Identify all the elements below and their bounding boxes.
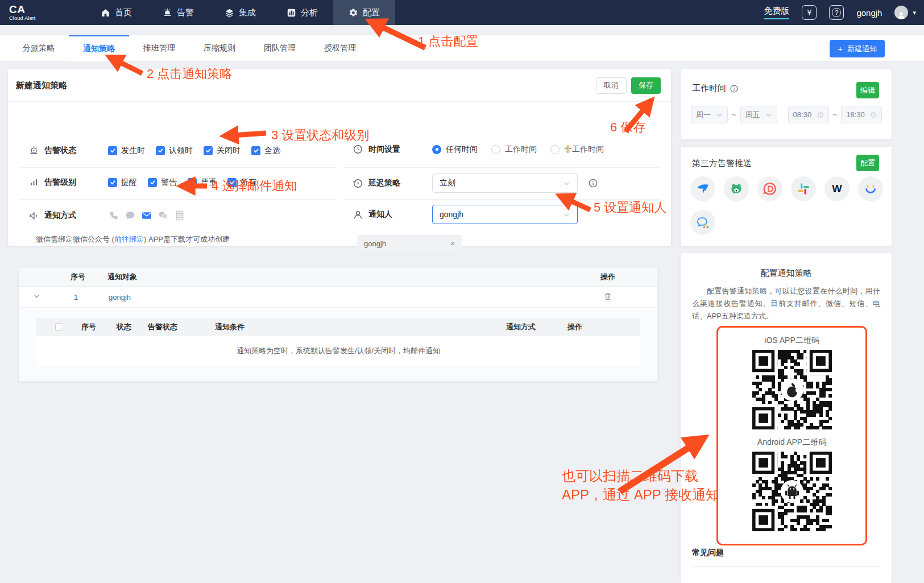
email-icon[interactable] [141,210,152,221]
notify-person-select[interactable]: gongjh [432,205,578,224]
day-to-select[interactable]: 周五 [740,106,777,123]
delay-policy-label: 延迟策略 [368,178,414,188]
nav-item-integrations[interactable]: 集成 [209,0,271,25]
checkbox-level-warning[interactable]: 警告 [148,177,177,188]
ios-qr-label: iOS APP二维码 [764,336,819,346]
slack-icon[interactable] [791,176,816,201]
chevron-down-icon [716,111,723,118]
divider [20,167,337,168]
nav-item-alerts[interactable]: 告警 [147,0,209,25]
tab-dispatch-policy[interactable]: 分派策略 [9,35,69,61]
radio-work-time[interactable]: 工作时间 [491,144,537,155]
work-time-title: 工作时间 [692,83,726,94]
checkbox-checked-icon [148,178,157,187]
sms-icon[interactable] [125,210,136,221]
notify-method-label: 通知方式 [44,210,90,221]
delay-clock-icon [353,178,363,189]
nav-item-home[interactable]: 首页 [85,0,147,25]
bearychat-icon[interactable] [724,176,749,201]
info-icon[interactable] [588,178,598,188]
detail-col-method: 通知方式 [506,322,536,332]
tab-compression-rules[interactable]: 压缩规则 [189,35,250,61]
work-time-card: 工作时间 编辑 周一 ~ 周五 08:30 ~ 18:30 [681,69,892,139]
dingtalk-icon[interactable] [690,176,715,201]
delete-row-icon[interactable] [603,292,612,303]
expand-chevron-icon[interactable] [33,292,40,301]
guide-card: 配置通知策略 配置告警通知策略，可以让您设置在什么时间，用什么渠道接收告警通知。… [681,253,892,583]
chevron-down-icon [765,111,772,118]
day-from-select[interactable]: 周一 [691,106,728,123]
phone-icon[interactable] [108,210,119,221]
plan-badge[interactable]: 免费版 [764,6,789,19]
nav-item-settings[interactable]: 配置 [333,0,395,25]
layers-icon [225,8,234,18]
checkbox-select-all-status[interactable]: 全选 [251,146,280,156]
new-notification-button[interactable]: + 新建通知 [830,40,885,57]
tab-shift-management[interactable]: 排班管理 [129,35,189,61]
save-button[interactable]: 保存 [631,77,661,94]
time-from-input[interactable]: 08:30 [788,106,829,123]
row-target: gongjh [109,293,131,301]
chevron-down-icon [563,180,570,187]
notify-person-row: 通知人 gongjh [353,205,578,224]
range-separator: ~ [833,110,838,119]
alarm-icon [163,8,172,18]
guide-description: 配置告警通知策略，可以让您设置在什么时间，用什么渠道接收告警通知。目前支持邮件、… [692,285,880,322]
help-button[interactable]: ? [829,5,844,20]
select-all-checkbox[interactable] [55,323,63,331]
form-title: 新建通知策略 [16,80,67,91]
alert-status-label: 告警状态 [44,146,90,156]
nav-item-analytics[interactable]: 分析 [271,0,333,25]
checkbox-level-remind[interactable]: 提醒 [108,177,137,188]
username-label[interactable]: gongjh [856,8,882,18]
app-icon[interactable]: APP [174,210,185,221]
avatar[interactable] [894,6,908,19]
tab-notification-policy[interactable]: 通知策略 [69,35,129,61]
checkbox-level-critical[interactable]: 严重 [188,177,217,188]
radio-icon [550,145,560,154]
time-to-input[interactable]: 18:30 [841,106,882,123]
checkbox-checked-icon [251,146,260,155]
settings-tabbar: 分派策略 通知策略 排班管理 压缩规则 团队管理 授权管理 + 新建通知 [0,35,924,61]
nav-item-label: 配置 [363,7,380,18]
configure-third-party-button[interactable]: 配置 [856,155,879,171]
divider [344,167,660,168]
billing-button[interactable]: ¥ [802,5,817,20]
brand-logo[interactable]: CA Cloud Alert [0,4,85,21]
range-separator: ~ [732,110,736,119]
table-row: 1 gongjh [19,287,657,308]
wechat-work-icon[interactable] [690,210,715,235]
checkbox-on-close[interactable]: 关闭时 [204,146,241,156]
col-action: 操作 [600,272,615,282]
bearychat-d-icon[interactable] [757,176,782,201]
divider [692,566,880,567]
new-policy-form: 新建通知策略 取消 保存 告警状态 发生时 认领时 关闭时 全选 [8,69,671,246]
checkbox-on-claim[interactable]: 认领时 [156,146,193,156]
top-navbar: CA Cloud Alert 首页 告警 集成 分析 配置 [0,0,924,25]
col-target: 通知对象 [107,272,137,282]
qr-annotation-box: iOS APP二维码 Android APP二维码 [716,326,867,545]
tab-authorization[interactable]: 授权管理 [310,35,370,61]
tag-remove-icon[interactable]: × [450,239,455,248]
wechat-binding-note: 微信需绑定微信公众号 (前往绑定) APP需下载才可成功创建 [36,234,230,245]
work-time-controls: 周一 ~ 周五 08:30 ~ 18:30 [691,106,882,123]
android-qr-code [752,452,832,531]
smiley-icon[interactable] [858,176,883,201]
detail-col-alert-status: 告警状态 [148,322,177,332]
go-bind-link[interactable]: 前往绑定 [114,235,144,243]
chevron-down-icon[interactable]: ▾ [913,9,916,16]
detail-table-header: 序号 状态 告警状态 通知条件 通知方式 操作 [36,318,640,336]
checkbox-on-occur[interactable]: 发生时 [108,146,145,156]
radio-any-time[interactable]: 任何时间 [432,144,478,155]
worktile-icon[interactable]: W [824,176,850,201]
wechat-icon[interactable] [158,210,169,221]
checkbox-level-all[interactable]: 所有 [227,177,256,188]
delay-policy-select[interactable]: 立刻 [432,173,578,193]
tab-team-management[interactable]: 团队管理 [250,35,310,61]
table-header: 序号 通知对象 操作 [19,268,657,287]
divider [344,199,660,200]
cancel-button[interactable]: 取消 [596,77,627,94]
info-icon[interactable] [730,84,739,93]
radio-non-work-time[interactable]: 非工作时间 [550,144,604,155]
edit-work-time-button[interactable]: 编辑 [856,82,879,98]
